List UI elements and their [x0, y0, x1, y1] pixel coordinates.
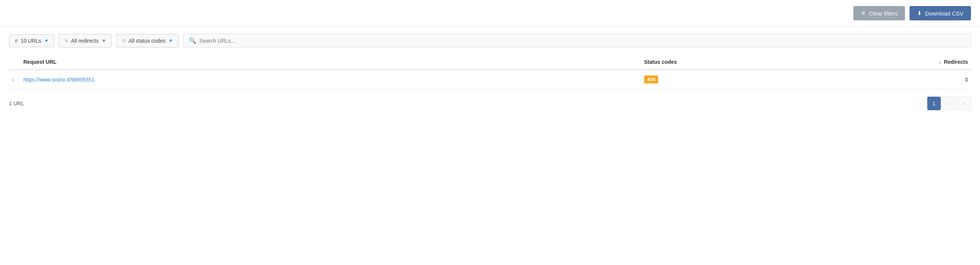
url-link[interactable]: https://www.sistrix.it/98899351 — [23, 77, 94, 83]
chevron-down-icon: ▼ — [44, 38, 49, 43]
download-icon: ⬇ — [917, 10, 922, 17]
urls-filter[interactable]: # 10 URLs ▼ — [9, 34, 54, 47]
table-container: Request URL Status codes ↓ Redirects › h… — [0, 54, 980, 89]
next-page-button[interactable]: › — [958, 97, 971, 110]
status-badge: 404 — [644, 75, 659, 83]
expand-col-header — [9, 54, 21, 70]
table-row: › https://www.sistrix.it/98899351 404 0 — [9, 70, 971, 89]
top-bar: ✕ Clear filters ⬇ Download CSV — [0, 0, 980, 27]
footer-bar: 1 URL 1 ‹ › — [0, 89, 980, 118]
redirects-count-cell: 0 — [686, 70, 971, 89]
search-input[interactable] — [199, 38, 965, 44]
expand-icon[interactable]: › — [12, 77, 14, 83]
url-cell: https://www.sistrix.it/98899351 — [21, 70, 641, 89]
status-codes-filter-label: All status codes — [129, 38, 165, 44]
pagination: 1 ‹ › — [927, 97, 971, 110]
expand-cell[interactable]: › — [9, 70, 21, 89]
chevron-right-icon: › — [963, 101, 965, 107]
sort-down-icon: ↓ — [939, 60, 941, 65]
x-icon: ✕ — [861, 10, 866, 17]
clear-filters-button[interactable]: ✕ Clear filters — [853, 6, 905, 21]
request-url-header: Request URL — [21, 54, 641, 70]
filter-icon-2: ≡ — [122, 37, 126, 44]
status-codes-header: Status codes — [641, 54, 686, 70]
urls-filter-label: 10 URLs — [21, 38, 41, 44]
redirects-filter-label: All redirects — [71, 38, 99, 44]
redirects-table: Request URL Status codes ↓ Redirects › h… — [9, 54, 971, 89]
table-header-row: Request URL Status codes ↓ Redirects — [9, 54, 971, 70]
filters-bar: # 10 URLs ▼ ≡ All redirects ▼ ≡ All stat… — [0, 27, 980, 54]
filter-icon: ≡ — [64, 37, 68, 44]
redirects-filter[interactable]: ≡ All redirects ▼ — [59, 34, 111, 48]
search-icon: 🔍 — [189, 37, 196, 44]
prev-page-button[interactable]: ‹ — [942, 97, 956, 110]
download-csv-label: Download CSV — [925, 10, 963, 17]
hash-icon: # — [15, 38, 18, 44]
clear-filters-label: Clear filters — [869, 10, 897, 17]
status-cell: 404 — [641, 70, 686, 89]
redirects-header[interactable]: ↓ Redirects — [686, 54, 971, 70]
search-box[interactable]: 🔍 — [183, 34, 971, 48]
download-csv-button[interactable]: ⬇ Download CSV — [910, 6, 971, 21]
page-1-button[interactable]: 1 — [927, 97, 941, 110]
chevron-left-icon: ‹ — [948, 101, 950, 107]
status-codes-filter[interactable]: ≡ All status codes ▼ — [116, 34, 179, 48]
chevron-down-icon-2: ▼ — [102, 38, 106, 43]
url-count: 1 URL — [9, 101, 24, 107]
chevron-down-icon-3: ▼ — [169, 38, 173, 43]
